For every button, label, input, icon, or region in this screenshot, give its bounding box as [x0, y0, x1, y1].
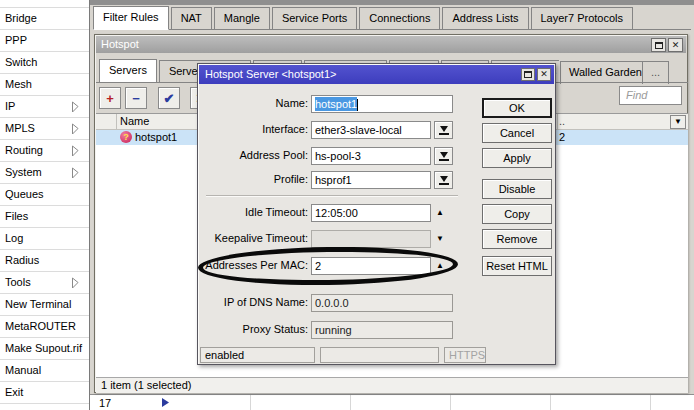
submenu-arrow-icon [71, 277, 79, 289]
sidebar-menu: Interfaces Bridge PPP Switch Mesh [0, 0, 90, 410]
sidebar-item[interactable]: Files [0, 206, 89, 228]
sidebar-item-label: Manual [5, 364, 41, 376]
dialog-status-segment: enabled [200, 347, 315, 363]
sidebar-item[interactable]: Tools [0, 272, 89, 294]
submenu-arrow-icon [71, 145, 79, 157]
sidebar-item[interactable]: Log [0, 228, 89, 250]
column-filter-button[interactable]: ▼ [670, 115, 686, 129]
column-header-name[interactable]: Name [120, 115, 149, 127]
sidebar-item-label: MetaROUTER [5, 320, 76, 332]
remove-button[interactable]: − [125, 87, 147, 109]
submenu-arrow-icon [71, 101, 79, 113]
find-input[interactable]: Find [619, 86, 682, 105]
sidebar-item[interactable]: Exit [0, 382, 89, 404]
status-bar: 1 item (1 selected) [96, 377, 688, 393]
sidebar-item[interactable]: IP [0, 96, 89, 118]
tab-walled-garden-label: Walled Garden [569, 66, 642, 78]
hotspot-server-icon: ? [120, 131, 132, 143]
firewall-tab[interactable]: Layer7 Protocols [531, 7, 634, 29]
submenu-arrow-icon [71, 123, 79, 135]
dialog-button[interactable]: Remove [482, 229, 552, 249]
dialog-status-segment: HTTPS [444, 347, 486, 363]
column-header-cut[interactable]: .. [559, 115, 565, 127]
sidebar-item[interactable]: Bridge [0, 8, 89, 30]
column-divider [557, 114, 558, 130]
dialog-status-text: enabled [205, 349, 244, 361]
sidebar-item[interactable]: MPLS [0, 118, 89, 140]
column-divider [350, 395, 351, 410]
sidebar-item-label: System [5, 166, 42, 178]
sidebar-item[interactable]: Manual [0, 360, 89, 382]
sidebar-item[interactable]: Mesh [0, 74, 89, 96]
sidebar-item-label: Routing [5, 144, 43, 156]
hotspot-window-titlebar[interactable]: Hotspot ✕ [96, 36, 686, 53]
sidebar-item-label: Files [5, 210, 28, 222]
sidebar-item-label: Switch [5, 56, 37, 68]
column-divider [116, 114, 117, 130]
column-divider [650, 395, 651, 410]
maximize-icon [655, 42, 663, 49]
tab-walled-garden[interactable]: Walled Garden [560, 61, 651, 84]
firewall-tab-label: Layer7 Protocols [541, 12, 624, 24]
sidebar-list: Interfaces Bridge PPP Switch Mesh [0, 0, 89, 404]
sidebar-item[interactable]: MetaROUTER [0, 316, 89, 338]
dialog-button[interactable]: Apply [482, 148, 552, 168]
tab-more-label: ... [651, 66, 660, 78]
plus-icon: + [106, 91, 114, 106]
background-table-row[interactable]: 17 [90, 394, 694, 410]
dialog-button-label: Disable [499, 183, 536, 195]
sidebar-item-label: MPLS [5, 122, 35, 134]
sidebar-item[interactable]: Routing [0, 140, 89, 162]
firewall-tab-label: Address Lists [452, 12, 518, 24]
sidebar-item-label: Queues [5, 188, 44, 200]
dialog-button[interactable]: OK [482, 98, 552, 118]
firewall-tab[interactable]: Mangle [214, 7, 270, 29]
dialog-button-label: Cancel [500, 127, 534, 139]
tab-more[interactable]: ... [642, 61, 669, 84]
dialog-button-label: Remove [497, 233, 538, 245]
sidebar-item[interactable]: PPP [0, 30, 89, 52]
sidebar-item[interactable]: Radius [0, 250, 89, 272]
sidebar-item-label: Log [5, 232, 23, 244]
sidebar-item[interactable]: New Terminal [0, 294, 89, 316]
add-button[interactable]: + [99, 87, 121, 109]
column-divider [450, 395, 451, 410]
rule-action-icon [162, 398, 169, 407]
dialog-button-label: Copy [504, 208, 530, 220]
sidebar-item-label: Radius [5, 254, 39, 266]
sidebar-item[interactable]: System [0, 162, 89, 184]
hotspot-server-dialog: Hotspot Server <hotspot1> ✕ Name: hotspo… [197, 63, 556, 365]
sidebar-item-label: Exit [5, 386, 23, 398]
firewall-tab-label: Connections [369, 12, 430, 24]
sidebar-item-label: Mesh [5, 78, 32, 90]
column-divider [550, 395, 551, 410]
firewall-tab-label: NAT [181, 12, 202, 24]
dialog-buttons: OK Cancel Apply Disable Copy Remove Re [198, 64, 555, 364]
dialog-button[interactable]: Reset HTML [482, 256, 552, 276]
hotspot-tab[interactable]: Servers [99, 59, 157, 83]
sidebar-item-label: Make Supout.rif [5, 342, 82, 354]
dialog-button[interactable]: Cancel [482, 123, 552, 143]
firewall-tab[interactable]: Service Ports [272, 7, 357, 29]
firewall-tab[interactable]: Connections [359, 7, 440, 29]
firewall-tab-label: Filter Rules [103, 11, 159, 23]
firewall-tab[interactable]: Filter Rules [93, 6, 169, 30]
close-button[interactable]: ✕ [668, 38, 683, 52]
find-placeholder: Find [626, 89, 647, 101]
check-icon: ✔ [164, 91, 175, 106]
sidebar-item[interactable]: Queues [0, 184, 89, 206]
sidebar-item-label: IP [5, 100, 15, 112]
sidebar-item[interactable]: Interfaces [0, 0, 89, 8]
firewall-tab[interactable]: NAT [171, 7, 212, 29]
hotspot-tab-label: Servers [109, 64, 147, 76]
sidebar-item[interactable]: Switch [0, 52, 89, 74]
sidebar-item[interactable]: Make Supout.rif [0, 338, 89, 360]
firewall-tab[interactable]: Address Lists [442, 7, 528, 29]
sidebar-item-label: Bridge [5, 12, 37, 24]
enable-button[interactable]: ✔ [158, 87, 180, 109]
dialog-button[interactable]: Copy [482, 204, 552, 224]
dialog-button[interactable]: Disable [482, 179, 552, 199]
dialog-status-text: HTTPS [449, 349, 485, 361]
hotspot-window-title: Hotspot [101, 38, 139, 50]
maximize-button[interactable] [651, 38, 666, 52]
